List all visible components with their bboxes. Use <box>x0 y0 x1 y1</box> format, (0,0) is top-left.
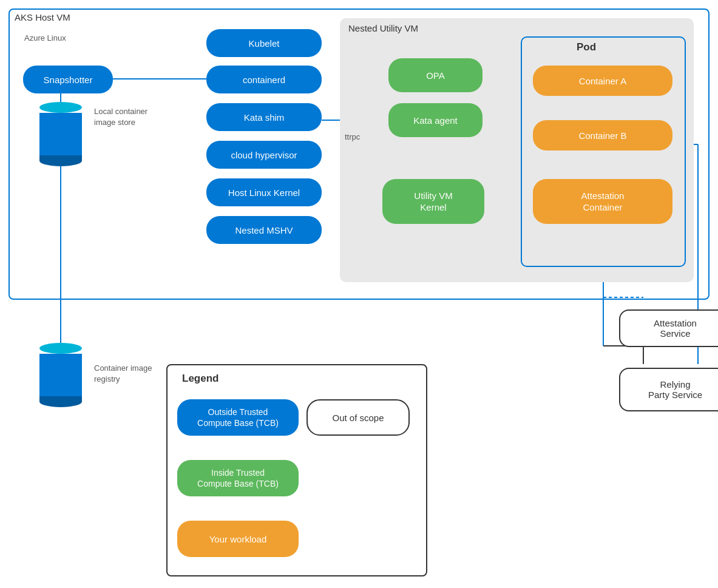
attestation-container-pill: Attestation Container <box>533 179 672 224</box>
pod-label: Pod <box>577 41 596 53</box>
containerd-pill: containerd <box>206 66 322 93</box>
registry-cylinder <box>39 343 82 407</box>
local-store-cylinder <box>39 102 82 166</box>
cyl-bottom-reg <box>39 396 82 407</box>
relying-party-service-box: Relying Party Service <box>619 368 718 411</box>
host-linux-kernel-pill: Host Linux Kernel <box>206 178 322 206</box>
attestation-service-box: Attestation Service <box>619 309 718 347</box>
local-store-label: Local containerimage store <box>94 106 147 128</box>
cyl-top <box>39 102 82 113</box>
legend-your-workload: Your workload <box>177 521 299 557</box>
legend-inside-tcb: Inside Trusted Compute Base (TCB) <box>177 460 299 496</box>
cyl-bottom <box>39 155 82 166</box>
azure-linux-label: Azure Linux <box>24 33 66 42</box>
kata-shim-pill: Kata shim <box>206 103 322 131</box>
ttrpc-label: ttrpc <box>345 132 360 141</box>
cyl-body <box>39 113 82 155</box>
opa-pill: OPA <box>388 58 483 92</box>
nested-vm-label: Nested Utility VM <box>348 23 418 33</box>
container-b-pill: Container B <box>533 120 672 150</box>
kubelet-pill: Kubelet <box>206 29 322 57</box>
legend-outside-tcb: Outside Trusted Compute Base (TCB) <box>177 399 299 436</box>
registry-label: Container imageregistry <box>94 363 152 385</box>
main-diagram: AKS Host VM Azure Linux Nested Utility V… <box>0 0 718 588</box>
utility-vm-kernel-pill: Utility VM Kernel <box>382 179 484 224</box>
snapshotter-pill: Snapshotter <box>23 66 113 93</box>
legend-title: Legend <box>182 373 218 385</box>
container-a-pill: Container A <box>533 66 672 96</box>
cloud-hypervisor-pill: cloud hypervisor <box>206 141 322 169</box>
cyl-top-reg <box>39 343 82 354</box>
legend-out-of-scope: Out of scope <box>307 399 410 436</box>
cyl-body-reg <box>39 354 82 396</box>
nested-mshv-pill: Nested MSHV <box>206 216 322 244</box>
aks-host-label: AKS Host VM <box>15 12 70 22</box>
kata-agent-pill: Kata agent <box>388 103 483 137</box>
